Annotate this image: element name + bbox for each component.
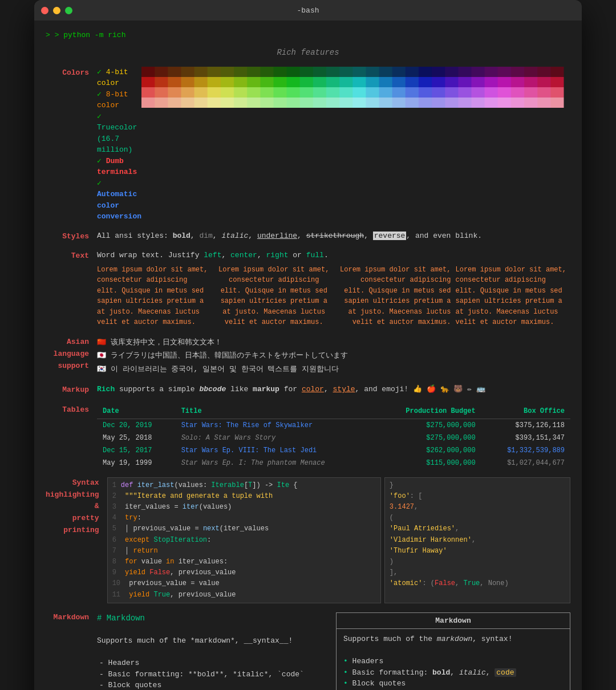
markdown-content: # Markdown Supports much of the *markdow… [97, 611, 570, 690]
titlebar: -bash [34, 0, 582, 21]
md-item-blockquotes: - Block quotes [99, 680, 330, 690]
data-line-7: 'Thufir Haway' [390, 546, 565, 557]
terminal-window: -bash > > python -m rich Rich features C… [34, 0, 582, 690]
code-line-9: 9 yield False, previous_value [112, 567, 376, 578]
tables-section: Tables Date Title Production Budget Box … [46, 404, 570, 469]
md-right-headers: • Headers [343, 656, 563, 667]
color-item-8bit: ✓ 8-bit color [97, 89, 141, 111]
style-bold: bold [173, 232, 191, 240]
cell-budget-2: $275,000,000 [376, 432, 481, 444]
syntax-content: 1def iter_last(values: Iterable[T]) -> I… [107, 477, 570, 603]
code-line-5: 5 │ previous_value = next(iter_values [112, 523, 376, 534]
asian-section: Asianlanguagesupport 🇨🇳 该库支持中文，日文和韩文文本！ … [46, 336, 570, 376]
style-reverse: reverse [373, 232, 407, 240]
cell-title-1: Star Wars: The Rise of Skywalker [176, 419, 376, 432]
markdown-section: Markdown # Markdown Supports much of the… [46, 611, 570, 690]
text-col-full: Lorem ipsum dolor sit amet, consectetur … [456, 265, 571, 328]
md-right-description: Supports much of the markdown, syntax! [343, 634, 563, 645]
style-italic: italic [221, 232, 248, 240]
data-line-2: 'foo': [ [390, 491, 565, 502]
md-right-panel: Markdown Supports much of the markdown, … [336, 612, 570, 690]
text-col-center: Lorem ipsum dolor sit amet, consectetur … [217, 265, 332, 328]
text-content: Word wrap text. Justify left, center, ri… [97, 250, 570, 328]
markup-section: Markup Rich supports a simple bbcode lik… [46, 384, 570, 396]
cell-title-3: Star Wars Ep. VIII: The Last Jedi [176, 444, 376, 457]
code-line-2: 2 """Iterate and generate a tuple with [112, 491, 376, 502]
data-line-3: 3.1427, [390, 502, 565, 513]
syntax-section: Syntaxhighlighting&prettyprinting 1def i… [46, 477, 570, 603]
data-line-5: 'Paul Atriedies', [390, 523, 565, 534]
data-block: } 'foo': [ 3.1427, ( 'Paul Atriedies', '… [384, 477, 570, 603]
asian-content: 🇨🇳 该库支持中文，日文和韩文文本！ 🇯🇵 ライブラリは中国語、日本語、韓国語の… [97, 336, 570, 376]
markdown-label: Markdown [46, 611, 97, 623]
colors-content: ✓ 4-bit color ✓ 8-bit color ✓ Truecolor … [97, 67, 570, 222]
data-line-8: ) [390, 557, 565, 567]
cell-box-4: $1,027,044,677 [481, 457, 570, 469]
rich-title: Rich features [46, 47, 570, 59]
cell-box-2: $393,151,347 [481, 432, 570, 444]
cell-title-4: Star Wars Ep. I: The phantom Menace [176, 457, 376, 469]
cell-budget-1: $275,000,000 [376, 419, 481, 432]
asian-line-2: 🇯🇵 ライブラリは中国語、日本語、韓国語のテキストをサポートしています [97, 349, 570, 362]
data-line-10: 'atomic': (False, True, None) [390, 578, 565, 589]
color-item-truecolor: ✓ Truecolor (16.7 million) [97, 111, 141, 156]
markup-label: Markup [46, 384, 97, 396]
col-date: Date [97, 404, 176, 419]
col-budget: Production Budget [376, 404, 481, 419]
text-col-right: Lorem ipsum dolor sit amet, consectetur … [336, 265, 451, 328]
table-row: Dec 20, 2019 Star Wars: The Rise of Skyw… [97, 419, 570, 432]
color-gradient [141, 67, 570, 109]
md-heading: # Markdown [97, 612, 330, 624]
style-strikethrough: strikethrough [306, 232, 364, 240]
colors-label: Colors [46, 67, 97, 79]
md-right-formatting: • Basic formatting: bold, italic, code [343, 667, 563, 679]
md-item-formatting: - Basic formatting: **bold**, *italic*, … [99, 669, 330, 680]
table-row: May 19, 1999 Star Wars Ep. I: The phanto… [97, 457, 570, 469]
cell-date-4: May 19, 1999 [97, 457, 176, 469]
syntax-label: Syntaxhighlighting&prettyprinting [46, 477, 107, 537]
cell-date-1: Dec 20, 2019 [97, 419, 176, 432]
styles-content: All ansi styles: bold, dim, italic, unde… [97, 230, 570, 242]
movies-table: Date Title Production Budget Box Office … [97, 404, 570, 469]
maximize-button[interactable] [65, 7, 72, 14]
text-section: Text Word wrap text. Justify left, cente… [46, 250, 570, 328]
tables-content: Date Title Production Budget Box Office … [97, 404, 570, 469]
code-block: 1def iter_last(values: Iterable[T]) -> I… [107, 477, 381, 603]
close-button[interactable] [41, 7, 48, 14]
style-underline: underline [257, 232, 297, 240]
table-row: Dec 15, 2017 Star Wars Ep. VIII: The Las… [97, 444, 570, 457]
col-title: Title [176, 404, 376, 419]
syntax-blocks: 1def iter_last(values: Iterable[T]) -> I… [107, 477, 570, 603]
styles-label: Styles [46, 230, 97, 242]
code-line-7: 7 │ return [112, 546, 376, 557]
text-col-left: Lorem ipsum dolor sit amet, consectetur … [97, 265, 212, 328]
terminal-body: > > python -m rich Rich features Colors … [34, 21, 582, 690]
cell-budget-3: $262,000,000 [376, 444, 481, 457]
color-item-4bit: ✓ 4-bit color [97, 67, 141, 89]
data-line-9: ], [390, 567, 565, 578]
cell-box-1: $375,126,118 [481, 419, 570, 432]
data-line-1: } [390, 480, 565, 491]
prompt-symbol: > [46, 31, 50, 39]
prompt-line: > > python -m rich [46, 30, 570, 41]
traffic-lights [41, 7, 72, 14]
prompt-command: > python -m rich [55, 31, 126, 39]
asian-line-3: 🇰🇷 이 라이브러리는 중국어, 일본어 및 한국어 텍스트를 지원합니다 [97, 363, 570, 376]
asian-line-1: 🇨🇳 该库支持中文，日文和韩文文本！ [97, 336, 570, 349]
md-left-panel: # Markdown Supports much of the *markdow… [97, 612, 330, 690]
code-line-6: 6 except StopIteration: [112, 535, 376, 546]
markup-color: color [302, 385, 324, 393]
md-right-title: Markdown [337, 613, 570, 630]
md-right-blockquotes: • Block quotes [343, 678, 563, 689]
code-line-10: 10 previous_value = value [112, 578, 376, 589]
code-line-3: 3 iter_values = iter(values) [112, 502, 376, 513]
md-item-headers: - Headers [99, 657, 330, 669]
markup-bold: markup [253, 385, 279, 393]
markup-style: style [333, 385, 355, 393]
minimize-button[interactable] [53, 7, 60, 14]
table-row: May 25, 2018 Solo: A Star Wars Story $27… [97, 432, 570, 444]
text-columns: Lorem ipsum dolor sit amet, consectetur … [97, 265, 570, 328]
markup-bbcode: bbcode [199, 385, 226, 393]
data-line-4: ( [390, 513, 565, 523]
markup-rich: Rich [97, 385, 115, 393]
